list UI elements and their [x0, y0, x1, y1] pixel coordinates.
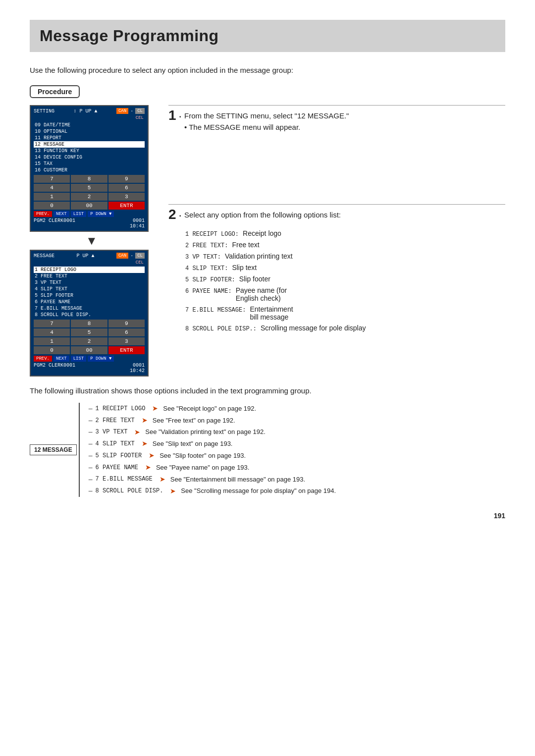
screen1-num-00[interactable]: 00: [71, 202, 107, 210]
screen2-row-4: 5 SLIP FOOTER: [34, 292, 145, 299]
screen2-row-6: 7 E.BILL MESSAGE: [34, 305, 145, 312]
screen1-pdown-btn[interactable]: P DOWN ▼: [88, 211, 114, 217]
step2-text: Select any option from the following opt…: [184, 210, 341, 221]
screen1-num-7[interactable]: 7: [34, 175, 70, 183]
tree-arrow-2: ➤: [142, 415, 148, 427]
step1-divider: [168, 105, 505, 106]
screen1-footer: PREV. NEXT LIST P DOWN ▼: [34, 211, 145, 217]
screen2-num-2[interactable]: 2: [71, 337, 107, 345]
screen2-prev-btn[interactable]: PREV.: [34, 356, 52, 362]
screen2-list-btn[interactable]: LIST: [71, 356, 87, 362]
screen1-num-3[interactable]: 3: [108, 193, 145, 201]
screen2-num-7[interactable]: 7: [34, 320, 70, 327]
option-5-code: 5 SLIP FOOTER:: [185, 276, 235, 283]
screen1-prev-btn[interactable]: PREV.: [34, 211, 52, 217]
tree-branch-2: — 2 FREE TEXT ➤ See "Free text" on page …: [89, 415, 336, 427]
option-spacer-6: [304, 286, 505, 302]
tree-items-col: — 1 RECEIPT LOGO ➤ See "Receipt logo" on…: [89, 403, 336, 497]
screen1-num-4[interactable]: 4: [34, 184, 70, 192]
option-4-code: 4 SLIP TEXT:: [185, 265, 228, 272]
screen1-num-1[interactable]: 1: [34, 193, 70, 201]
tree-branch-6: — 6 PAYEE NAME ➤ See "Payee name" on pag…: [89, 462, 336, 474]
screen2-num-3[interactable]: 3: [108, 337, 145, 345]
screen2-row-5: 6 PAYEE NAME: [34, 299, 145, 305]
screen1-header-mid: ↕ P UP ▲: [73, 108, 97, 114]
screen1-footer-btns: PREV. NEXT LIST P DOWN ▼: [34, 211, 114, 217]
tree-branch-4: — 4 SLIP TEXT ➤ See "Slip text" on page …: [89, 438, 336, 450]
screen2-num-5[interactable]: 5: [71, 328, 107, 336]
tree-arrow-3: ➤: [134, 427, 140, 438]
option-2: 2 FREE TEXT: Free text: [185, 241, 294, 249]
screen1-can-btn[interactable]: CAN: [116, 108, 128, 114]
screen2-cl-btn[interactable]: CL: [135, 253, 145, 259]
tree-ref-1: See "Receipt logo" on page 192.: [163, 403, 256, 414]
tree-arrow-7: ➤: [160, 474, 165, 486]
tree-ref-8: See "Scrolling message for pole display"…: [181, 486, 336, 496]
options-list-container: 1 RECEIPT LOGO: Receipt logo 2 FREE TEXT…: [185, 229, 505, 332]
screen2-num-0[interactable]: 0: [34, 346, 70, 354]
option-spacer-5: [304, 275, 505, 283]
option-5-desc: Slip footer: [239, 275, 270, 283]
step1-header: 1. From the SETTING menu, select "12 MES…: [168, 110, 505, 133]
screen2-num-6[interactable]: 6: [108, 328, 145, 336]
tree-section: The following illustration shows those o…: [30, 386, 505, 497]
options-grid: 1 RECEIPT LOGO: Receipt logo 2 FREE TEXT…: [185, 229, 505, 332]
screen2-num-1[interactable]: 1: [34, 337, 70, 345]
screen1-cl-btn[interactable]: CL: [135, 108, 145, 114]
screen2-header-label: MESSAGE: [34, 253, 54, 259]
screen1-header: SETTING ↕ P UP ▲ CAN · CL: [34, 108, 145, 114]
screen1-cel-row: CEL: [34, 115, 145, 121]
screen1-num-5[interactable]: 5: [71, 184, 107, 192]
tree-dash-4: —: [89, 438, 93, 449]
screen1-next-btn[interactable]: NEXT: [54, 211, 69, 217]
steps-column: 1. From the SETTING menu, select "12 MES…: [168, 105, 505, 377]
tree-branch-1: — 1 RECEIPT LOGO ➤ See "Receipt logo" on…: [89, 403, 336, 415]
tree-ref-6: See "Payee name" on page 193.: [156, 462, 249, 473]
screen2-entr-btn[interactable]: ENTR: [108, 346, 145, 354]
screen1-row-7: 16 CUSTOMER: [34, 167, 145, 173]
main-content: SETTING ↕ P UP ▲ CAN · CL CEL 09 DATE/TI…: [30, 105, 505, 377]
screen2-top-buttons: CAN · CL: [116, 253, 145, 259]
tree-label-1: 1 RECEIPT LOGO: [96, 404, 146, 414]
screen1-row-5: 14 DEVICE CONFIG: [34, 154, 145, 161]
screen1-num-2[interactable]: 2: [71, 193, 107, 201]
screen1-row-4: 13 FUNCTION KEY: [34, 148, 145, 154]
option-8-code: 8 SCROLL POLE DISP.:: [185, 325, 257, 332]
screen1-num-8[interactable]: 8: [71, 175, 107, 183]
option-spacer-7: [304, 305, 505, 321]
tree-intro: The following illustration shows those o…: [30, 386, 505, 395]
tree-arrow-8: ➤: [170, 486, 176, 497]
screen1-row-1: 10 OPTIONAL: [34, 128, 145, 135]
procedure-badge: Procedure: [30, 85, 80, 98]
screen2-pdown-btn[interactable]: P DOWN ▼: [88, 356, 114, 362]
tree-dash-3: —: [89, 427, 93, 437]
screen2-num-4[interactable]: 4: [34, 328, 70, 336]
page-title: Message Programming: [30, 20, 505, 52]
option-4-desc: Slip text: [232, 264, 257, 271]
tree-dash-6: —: [89, 462, 93, 473]
screen2-num-8[interactable]: 8: [71, 320, 107, 327]
tree-dash-2: —: [89, 415, 93, 426]
screen2-num-00[interactable]: 00: [71, 346, 107, 354]
screen2-can-btn[interactable]: CAN: [116, 253, 128, 259]
screen2-code: 0001: [133, 363, 145, 368]
screen2: MESSAGE P UP ▲ CAN · CL CEL 1 RECEIPT LO…: [30, 250, 149, 377]
screen1-num-0[interactable]: 0: [34, 202, 70, 210]
tree-label-4: 4 SLIP TEXT: [96, 439, 135, 449]
screen2-next-btn[interactable]: NEXT: [54, 356, 69, 362]
option-spacer-3: [304, 252, 505, 261]
option-2-code: 2 FREE TEXT:: [185, 242, 228, 249]
screen1-num-9[interactable]: 9: [108, 175, 145, 183]
screen2-num-9[interactable]: 9: [108, 320, 145, 327]
screen1-entr-btn[interactable]: ENTR: [108, 202, 145, 210]
screen1-row-0: 09 DATE/TIME: [34, 122, 145, 128]
intro-text: Use the following procedure to select an…: [30, 66, 505, 74]
option-6-code: 6 PAYEE NAME:: [185, 288, 232, 295]
screen2-status-bar: PGM2 CLERK0001 0001: [34, 363, 145, 368]
step1-content: From the SETTING menu, select "12 MESSAG…: [184, 110, 349, 133]
screen1-list-btn[interactable]: LIST: [71, 211, 87, 217]
step2-divider: [168, 204, 505, 205]
screen1-num-6[interactable]: 6: [108, 184, 145, 192]
tree-dash-7: —: [89, 474, 93, 485]
screens-column: SETTING ↕ P UP ▲ CAN · CL CEL 09 DATE/TI…: [30, 105, 154, 377]
